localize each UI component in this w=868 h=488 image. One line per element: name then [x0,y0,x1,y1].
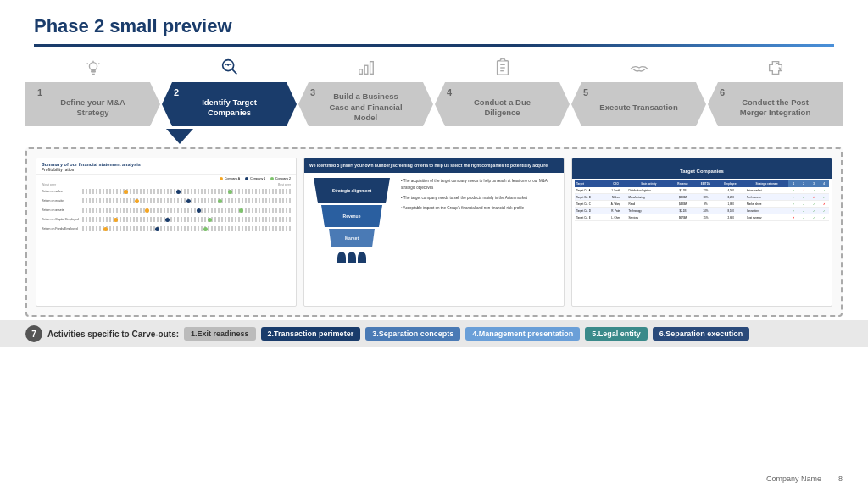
table-header-row: Target CEO Main activity Revenue EBITDA … [575,180,829,187]
phase-1-label: Define your M&AStrategy [57,97,129,119]
carve-tag-4[interactable]: 4.Management presentation [465,327,580,341]
slide2-title: We identified 5 [insert your own number]… [309,163,559,169]
svg-line-3 [231,69,236,75]
phase-2-arrow[interactable]: 2 Identify TargetCompanies [162,82,297,126]
funnel-level-1: Strategic alignment [309,178,394,203]
phase-3-label: Build a BusinessCase and FinancialModel [326,92,405,123]
col-revenue: Revenue [670,180,694,187]
slide1-header: Summary of our financial statement analy… [36,158,296,175]
slide3-header: Target Companies [572,158,832,179]
carve-tag-5[interactable]: 5.Legal entity [585,327,648,341]
slide1-legend: Company A Company 1 Company 2 [42,177,291,180]
slide-thumb-3[interactable]: Target Companies Target CEO Main activit… [571,158,832,307]
search-pulse-icon [219,55,241,80]
col-activity: Main activity [627,180,671,187]
legend-item-3: Company 2 [270,177,291,180]
slide-thumb-2[interactable]: We identified 5 [insert your own number]… [303,158,565,307]
carve-tag-2[interactable]: 2.Transaction perimeter [261,327,361,341]
col-strategic: Strategic rationale [745,180,788,187]
clipboard-icon [493,58,512,80]
phase-4-num: 4 [447,87,452,97]
top-divider [34,44,834,47]
carve-tag-1[interactable]: 1.Exit readiness [184,327,256,341]
svg-rect-6 [370,62,373,75]
chart-row-3: Return on assets [42,208,291,213]
carve-tag-3[interactable]: 3.Separation concepts [365,327,460,341]
chart-rows: Return on sales Return on equity [42,189,291,231]
col-s4: 4 [819,180,829,187]
company-name: Company Name [766,474,821,483]
phase-step-2: 2 Identify TargetCompanies [162,55,297,126]
table-body: Target Co. A J. Smith Distribution logis… [575,187,829,221]
slide2-bullets: • The acquisition of the target company … [401,178,559,290]
col-s1: 1 [788,180,798,187]
phase-3-arrow[interactable]: 3 Build a BusinessCase and FinancialMode… [298,82,433,126]
svg-rect-1 [91,69,96,73]
carve-out-num: 7 [25,325,42,342]
phase-6-num: 6 [720,87,725,97]
phases-section: 1 Define your M&AStrategy 2 Identify Tar… [0,55,868,144]
col-ceo: CEO [604,180,626,187]
phase-step-5: 5 Execute Transaction [571,55,706,126]
chart-row-4: Return on Capital Employed [42,217,291,222]
chart-row-5: Return on Funds Employed [42,226,291,231]
phase-1-arrow[interactable]: 1 Define your M&AStrategy [25,82,160,126]
activities-label: Activities specific to Carve-outs: [47,330,179,339]
phase-2-icon-row [219,55,241,80]
handshake-icon [629,58,649,80]
slide2-header: We identified 5 [insert your own number]… [304,158,564,173]
people-icons [337,252,366,263]
page-title: Phase 2 small preview [0,0,868,44]
funnel-level-3: Market [326,229,377,247]
svg-point-0 [89,63,97,70]
col-s3: 3 [809,180,819,187]
col-employees: Employees [716,180,745,187]
slide-thumb-1[interactable]: Summary of our financial statement analy… [36,158,297,307]
col-s2: 2 [798,180,809,187]
phase-4-label: Conduct a DueDiligence [470,97,534,119]
bullet-1: • The acquisition of the target company … [401,178,559,191]
table-row: Target Co. E L. Chen Services $670M 15% … [575,214,829,221]
table-row: Target Co. B M. Lee Manufacturing $890M … [575,194,829,201]
col-ebitda: EBITDA [695,180,717,187]
phase-6-label: Conduct the PostMerger Integration [737,97,814,119]
phases-row: 1 Define your M&AStrategy 2 Identify Tar… [0,55,868,126]
svg-rect-4 [359,69,362,75]
phase-3-icon-row [357,55,376,80]
chart-icon [357,58,376,80]
phase-5-arrow[interactable]: 5 Execute Transaction [571,82,706,126]
table-row: Target Co. C A. Wang Retail $430M 9% 1,8… [575,201,829,208]
slide3-content: Target CEO Main activity Revenue EBITDA … [572,179,832,223]
slide1-title: Summary of our financial statement analy… [42,162,291,167]
table-row: Target Co. D R. Patel Technology $2.1B 2… [575,208,829,214]
legend-item-1: Company A [220,177,240,180]
page-number: 8 [838,474,843,483]
chart-row-1: Return on sales [42,189,291,194]
phase-1-num: 1 [37,87,42,97]
phase-2-num: 2 [174,87,179,97]
down-arrow-container [0,129,868,144]
phase-4-icon-row [493,55,512,80]
col-target: Target [575,180,604,187]
footer: Company Name 8 [766,474,843,483]
chart-axis-labels: Worst peerBest peer [42,183,291,186]
phase-6-arrow[interactable]: 6 Conduct the PostMerger Integration [708,82,843,126]
phase-step-4: 4 Conduct a DueDiligence [435,55,570,126]
slide1-subtitle: Profitability ratios [42,168,291,172]
phase-5-label: Execute Transaction [596,103,681,113]
chart-row-2: Return on equity [42,198,291,203]
bullet-3: • Acceptable impact on the Group's finan… [401,205,559,212]
puzzle-icon [766,58,785,80]
funnel-visual: Strategic alignment Revenue Market [309,178,394,290]
carve-tag-6[interactable]: 6.Separation execution [653,327,750,341]
slide1-body: Company A Company 1 Company 2 Worst peer… [36,175,296,234]
table-row: Target Co. A J. Smith Distribution logis… [575,187,829,194]
phase-3-num: 3 [310,87,315,97]
phase-4-arrow[interactable]: 4 Conduct a DueDiligence [435,82,570,126]
phase-step-6: 6 Conduct the PostMerger Integration [708,55,843,126]
bottom-bar: 7 Activities specific to Carve-outs: 1.E… [0,320,868,347]
legend-item-2: Company 1 [245,177,265,180]
target-table: Target CEO Main activity Revenue EBITDA … [575,180,829,221]
content-area: Summary of our financial statement analy… [25,147,843,317]
svg-rect-5 [364,65,368,74]
